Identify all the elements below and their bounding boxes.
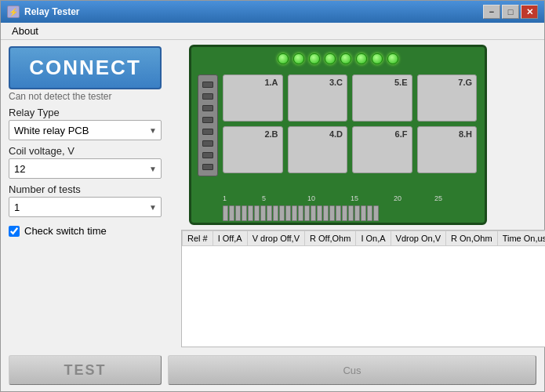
bottom-pin [267,205,272,221]
pin-7 [202,152,213,158]
led-3 [309,53,320,64]
save-button[interactable]: Cus [168,355,536,385]
results-table: Rel # I Off,A V drop Off,V R Off,Ohm I O… [182,230,545,246]
bottom-pin [342,205,347,221]
bottom-pin [354,205,360,221]
num-tests-group: Number of tests 1 2 5 10 100 ▼ [9,183,173,217]
window-title: Relay Tester [24,6,483,17]
pin-8 [202,164,213,170]
coil-voltage-select[interactable]: 12 5 24 48 [9,158,162,179]
led-4 [325,53,336,64]
pin-5 [202,129,213,135]
col-head-i-on: I On,A [356,231,391,246]
menu-about[interactable]: About [7,24,43,38]
col-head-rel: Rel # [183,231,213,246]
coil-voltage-group: Coil voltage, V 12 5 24 48 ▼ [9,145,173,179]
bottom-pin [292,205,297,221]
leds-row [278,53,398,64]
bottom-pin [235,205,241,221]
bottom-pin [304,205,310,221]
bottom-pin [348,205,354,221]
num-tests-label: Number of tests [9,183,173,195]
relay-cell-2b: 2.B [223,126,283,173]
num-tests-dropdown-wrapper: 1 2 5 10 100 ▼ [9,197,162,217]
col-head-v-drop-off: V drop Off,V [247,231,304,246]
col-head-vdrop-on: Vdrop On,V [391,231,445,246]
minimize-button[interactable]: − [483,5,500,19]
led-5 [340,53,351,64]
bottom-pin [273,205,278,221]
app-icon: ⚡ [7,5,20,18]
bottom-pin [285,205,291,221]
app-window: ⚡ Relay Tester − □ ✕ About CONNECT Can n… [0,0,545,392]
right-panel: 1.A 3.C 5.E 7.G 2.B 4.D 6.F 8.H 1 5 10 [181,40,545,352]
bottom-pin [242,205,247,221]
relay-type-group: Relay Type White relay PCB Custom relay … [9,107,173,140]
led-6 [356,53,367,64]
led-1 [278,53,289,64]
left-panel: CONNECT Can not detect the tester Relay … [1,40,181,352]
col-head-r-off: R Off,Ohm [305,231,356,246]
relay-type-select[interactable]: White relay PCB Custom relay PCB Standar… [9,120,162,140]
bottom-pin [279,205,285,221]
pin-4 [202,117,213,123]
relay-cell-3c: 3.C [288,74,348,122]
bottom-pin [373,205,379,221]
close-button[interactable]: ✕ [521,5,538,19]
col-head-time-on: Time On,us [497,231,545,246]
coil-voltage-label: Coil voltage, V [9,145,173,157]
relay-grid: 1.A 3.C 5.E 7.G 2.B 4.D 6.F 8.H [223,74,477,173]
num-tests-select[interactable]: 1 2 5 10 100 [9,197,162,217]
menu-bar: About [1,23,544,40]
maximize-button[interactable]: □ [502,5,519,19]
connector-block [198,74,218,176]
bottom-pin [329,205,335,221]
relay-cell-5e: 5.E [352,74,412,122]
relay-type-label: Relay Type [9,107,173,118]
pcb-pins: 1 5 10 15 20 25 [223,205,478,221]
title-bar: ⚡ Relay Tester − □ ✕ [1,1,544,23]
bottom-pin [229,205,234,221]
bottom-pin [223,205,228,221]
relay-cell-6f: 6.F [352,126,412,173]
bottom-pins-area: 1 5 10 15 20 25 [223,196,478,221]
pin-6 [202,140,213,147]
relay-cell-1a: 1.A [223,74,283,122]
bottom-pin [254,205,260,221]
pcb-board: 1.A 3.C 5.E 7.G 2.B 4.D 6.F 8.H 1 5 10 [189,45,487,225]
data-table-container: Rel # I Off,A V drop Off,V R Off,Ohm I O… [181,230,545,347]
window-controls: − □ ✕ [483,5,538,19]
relay-cell-7g: 7.G [417,74,478,122]
bottom-pin [336,205,341,221]
relay-cell-4d: 4.D [288,126,348,173]
led-2 [293,53,304,64]
led-8 [387,53,398,64]
pin-3 [202,105,213,111]
connect-button[interactable]: CONNECT [9,46,162,89]
table-header-row: Rel # I Off,A V drop Off,V R Off,Ohm I O… [183,231,546,246]
coil-voltage-dropdown-wrapper: 12 5 24 48 ▼ [9,158,162,179]
status-text: Can not detect the tester [9,91,173,102]
bottom-pin [317,205,322,221]
bottom-pin [298,205,303,221]
check-switch-time-checkbox[interactable] [9,226,20,237]
bottom-buttons-row: TEST Cus [1,352,544,391]
pin-2 [202,93,213,100]
check-switch-time-row: Check switch time [9,225,173,237]
relay-cell-8h: 8.H [417,126,478,173]
pin-1 [202,82,213,88]
bottom-pin [323,205,329,221]
bottom-pin [311,205,316,221]
led-7 [372,53,383,64]
test-button[interactable]: TEST [9,355,162,385]
bottom-pin [248,205,253,221]
relay-type-dropdown-wrapper: White relay PCB Custom relay PCB Standar… [9,120,162,140]
bottom-pin [367,205,372,221]
check-switch-time-label[interactable]: Check switch time [24,225,107,237]
bottom-pin [361,205,366,221]
col-head-i-off: I Off,A [213,231,247,246]
col-head-r-on: R On,Ohm [446,231,498,246]
main-content: CONNECT Can not detect the tester Relay … [1,40,544,352]
bottom-pin [260,205,266,221]
